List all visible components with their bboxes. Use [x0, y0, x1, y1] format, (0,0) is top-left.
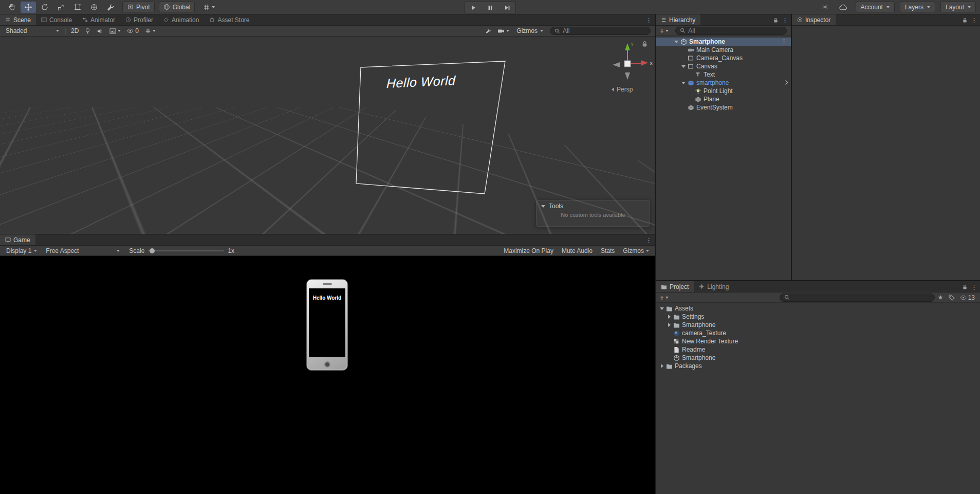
- rotate-tool-button[interactable]: [37, 2, 52, 13]
- tab-profiler[interactable]: Profiler: [120, 14, 158, 25]
- eye-icon: [127, 28, 134, 33]
- project-tree: Assets Settings Smartphone camera_Textur…: [656, 303, 980, 370]
- tab-project[interactable]: Project: [656, 281, 694, 292]
- hierarchy-item-eventsystem[interactable]: EventSystem: [656, 103, 791, 112]
- pivot-toggle[interactable]: Pivot: [122, 2, 155, 12]
- tab-console[interactable]: Console: [36, 14, 77, 25]
- tab-lighting[interactable]: Lighting: [694, 281, 734, 292]
- project-search-input[interactable]: [780, 294, 935, 302]
- aspect-ratio-dropdown[interactable]: Free Aspect: [42, 246, 123, 255]
- search-by-label-button[interactable]: [946, 293, 957, 302]
- layers-dropdown[interactable]: Layers: [900, 2, 935, 12]
- tools-foldout-icon[interactable]: [540, 203, 546, 209]
- project-lock-icon[interactable]: [963, 284, 967, 290]
- custom-tools-button[interactable]: [103, 2, 118, 13]
- layout-dropdown[interactable]: Layout: [940, 2, 976, 12]
- hierarchy-item-scene[interactable]: Smartphone ⋮: [656, 38, 791, 46]
- foldout-icon[interactable]: [666, 322, 672, 328]
- tab-animation[interactable]: Animation: [158, 14, 204, 25]
- folder-icon: [665, 362, 673, 370]
- tab-inspector[interactable]: Inspector: [792, 14, 836, 25]
- project-item-packages[interactable]: Packages: [656, 362, 980, 370]
- mute-audio-button[interactable]: Mute Audio: [559, 247, 596, 255]
- project-item-readme[interactable]: Readme: [656, 345, 980, 354]
- hierarchy-item-smartphone-prefab[interactable]: smartphone: [656, 79, 791, 87]
- hierarchy-item-plane[interactable]: Plane: [656, 95, 791, 103]
- scene-lighting-toggle[interactable]: [82, 27, 93, 35]
- hierarchy-create-button[interactable]: +: [658, 27, 670, 34]
- scale-slider[interactable]: [148, 247, 224, 254]
- project-item-smartphone-scene[interactable]: Smartphone: [656, 354, 980, 362]
- hierarchy-item-text[interactable]: Text: [656, 70, 791, 79]
- inspector-menu-icon[interactable]: ⋮: [971, 17, 977, 24]
- hierarchy-lock-icon[interactable]: [773, 17, 778, 23]
- hierarchy-item-main-camera[interactable]: Main Camera: [656, 46, 791, 54]
- maximize-on-play-button[interactable]: Maximize On Play: [501, 247, 557, 255]
- grid-snapping-button[interactable]: [201, 2, 216, 13]
- tab-game[interactable]: Game: [0, 234, 35, 245]
- hidden-objects-toggle[interactable]: 0: [124, 27, 141, 35]
- display-dropdown[interactable]: Display 1: [3, 246, 41, 255]
- foldout-icon[interactable]: [673, 39, 679, 45]
- tool-settings-button[interactable]: [483, 27, 494, 35]
- game-tab-menu-icon[interactable]: ⋮: [645, 237, 652, 244]
- tab-scene[interactable]: Scene: [0, 14, 36, 25]
- hierarchy-item-camera-canvas[interactable]: Camera_Canvas: [656, 54, 791, 62]
- tab-hierarchy[interactable]: Hierarchy: [656, 14, 700, 25]
- transform-tool-button[interactable]: [86, 2, 102, 13]
- foldout-icon[interactable]: [659, 305, 665, 312]
- play-button[interactable]: [465, 2, 482, 13]
- hierarchy-item-canvas[interactable]: Canvas: [656, 62, 791, 70]
- view-hand-tool-button[interactable]: [4, 2, 20, 13]
- global-toggle[interactable]: Global: [159, 2, 195, 12]
- foldout-icon[interactable]: [680, 80, 687, 86]
- toggle-2d-button[interactable]: 2D: [68, 27, 81, 35]
- project-item-settings[interactable]: Settings: [656, 313, 980, 321]
- search-by-type-button[interactable]: [935, 293, 946, 302]
- game-gizmos-dropdown[interactable]: Gizmos: [620, 247, 652, 255]
- scene-tab-menu-icon[interactable]: ⋮: [645, 17, 652, 24]
- scene-grid-dropdown[interactable]: [142, 27, 158, 35]
- stats-button[interactable]: Stats: [598, 247, 618, 255]
- project-item-camera-texture[interactable]: camera_Texture: [656, 329, 980, 337]
- shading-mode-dropdown[interactable]: Shaded: [2, 27, 63, 35]
- scene-effects-dropdown[interactable]: [107, 27, 123, 35]
- gizmos-dropdown[interactable]: Gizmos: [513, 27, 547, 35]
- scene-audio-toggle[interactable]: [94, 27, 106, 35]
- inspector-lock-icon[interactable]: [963, 17, 967, 23]
- scene-row-menu-icon[interactable]: ⋮: [781, 38, 787, 45]
- step-button[interactable]: [499, 2, 515, 13]
- project-item-smartphone-folder[interactable]: Smartphone: [656, 321, 980, 329]
- cloud-button[interactable]: [837, 2, 850, 13]
- scene-lock-icon[interactable]: [642, 41, 648, 47]
- rect-tool-button[interactable]: [70, 2, 85, 13]
- project-create-button[interactable]: +: [658, 294, 670, 301]
- foldout-icon[interactable]: [659, 363, 665, 369]
- hierarchy-item-point-light[interactable]: Point Light: [656, 87, 791, 95]
- foldout-icon[interactable]: [666, 314, 672, 320]
- project-item-new-render-texture[interactable]: New Render Texture: [656, 337, 980, 345]
- profiler-tab-icon: [125, 17, 131, 23]
- scene-camera-dropdown[interactable]: [495, 27, 512, 35]
- tab-asset-store[interactable]: Asset Store: [204, 14, 254, 25]
- tab-animation-label: Animation: [172, 16, 199, 24]
- pause-button[interactable]: [482, 2, 498, 13]
- scene-viewport[interactable]: Hello World y x Persp: [0, 36, 655, 234]
- scene-search-input[interactable]: All: [550, 27, 651, 35]
- project-item-assets[interactable]: Assets: [656, 304, 980, 313]
- services-button[interactable]: [819, 2, 832, 13]
- scale-tool-button[interactable]: [53, 2, 69, 13]
- account-dropdown[interactable]: Account: [856, 2, 895, 12]
- hierarchy-menu-icon[interactable]: ⋮: [782, 17, 788, 24]
- hierarchy-search-input[interactable]: All: [675, 27, 787, 35]
- foldout-icon[interactable]: [680, 63, 687, 69]
- move-tool-button[interactable]: [21, 2, 36, 13]
- tab-animator[interactable]: Animator: [77, 14, 120, 25]
- perspective-mode-label[interactable]: Persp: [612, 86, 633, 93]
- project-menu-icon[interactable]: ⋮: [971, 284, 977, 290]
- light-bulb-icon: [85, 28, 90, 34]
- visible-items-counter[interactable]: 13: [957, 293, 977, 302]
- scale-slider-handle[interactable]: [150, 248, 155, 253]
- hierarchy-tab-icon: [661, 17, 667, 23]
- open-prefab-arrow[interactable]: [785, 80, 788, 85]
